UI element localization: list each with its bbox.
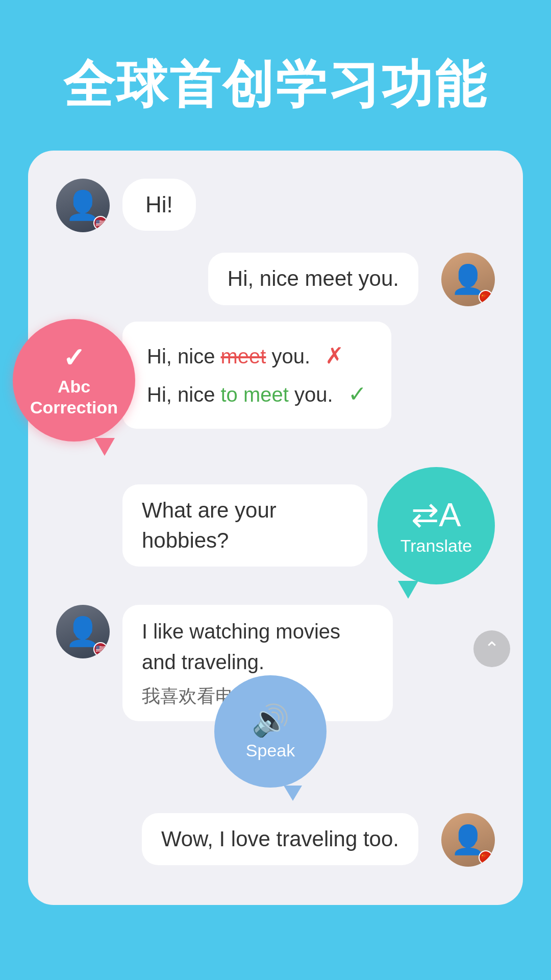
message-row-hi: 👤 🇺🇸 Hi!: [56, 179, 495, 232]
avatar-female-1: 👤 🇨🇳: [441, 253, 495, 306]
correction-check-icon: ✓: [63, 342, 85, 373]
main-title: 全球首创学习功能: [0, 51, 551, 120]
correction-box: Hi, nice meet you. ✗ Hi, nice to meet yo…: [122, 322, 391, 429]
x-icon: ✗: [325, 343, 344, 368]
scroll-up-button[interactable]: ⌃: [473, 630, 510, 667]
flag-us-1: 🇺🇸: [93, 216, 108, 230]
abc-correction-bubble[interactable]: ✓ Abc Correction: [13, 319, 135, 442]
avatar-male-1: 👤 🇺🇸: [56, 179, 110, 232]
correction-wrong-line: Hi, nice meet you. ✗: [147, 337, 367, 375]
avatar-male-3: 👤 🇺🇸: [56, 605, 110, 658]
translate-bubble[interactable]: ⇄A Translate: [378, 467, 495, 584]
flag-cn-2: 🇨🇳: [479, 850, 493, 865]
check-icon: ✓: [348, 381, 367, 406]
correction-correct-line: Hi, nice to meet you. ✓: [147, 375, 367, 413]
message-row-nice-meet: 👤 🇨🇳 Hi, nice meet you.: [158, 253, 495, 306]
speak-label: Speak: [246, 741, 295, 761]
bubble-hi: Hi!: [122, 179, 196, 231]
last-message-row: 👤 🇨🇳 Wow, I love traveling too.: [56, 813, 495, 867]
speak-icon: 🔊: [252, 702, 290, 739]
bubble-nice-meet: Hi, nice meet you.: [208, 253, 418, 305]
flag-us-3: 🇺🇸: [93, 642, 108, 656]
bubble-hobbies: What are your hobbies?: [122, 484, 367, 567]
translate-label: Translate: [400, 536, 472, 556]
bubble-traveling: Wow, I love traveling too.: [142, 813, 418, 866]
response-row: 👤 🇺🇸 I like watching movies and travelin…: [56, 605, 495, 721]
hobbies-row: What are your hobbies? ⇄A Translate: [56, 467, 495, 584]
correct-word: to meet: [221, 383, 289, 406]
movies-line1: I like watching movies: [142, 616, 373, 647]
wrong-word: meet: [221, 345, 266, 368]
avatar-female-2: 👤 🇨🇳: [441, 813, 495, 867]
chat-container: 👤 🇺🇸 Hi! ✓ Abc Correction 👤 🇨🇳 Hi, nice …: [28, 151, 523, 905]
movies-line2: and traveling.: [142, 647, 373, 677]
speak-bubble[interactable]: 🔊 Speak: [214, 675, 327, 788]
flag-cn-1: 🇨🇳: [479, 290, 493, 304]
correction-label: Abc Correction: [30, 376, 118, 418]
translate-icon: ⇄A: [411, 496, 461, 534]
header-section: 全球首创学习功能: [0, 0, 551, 151]
